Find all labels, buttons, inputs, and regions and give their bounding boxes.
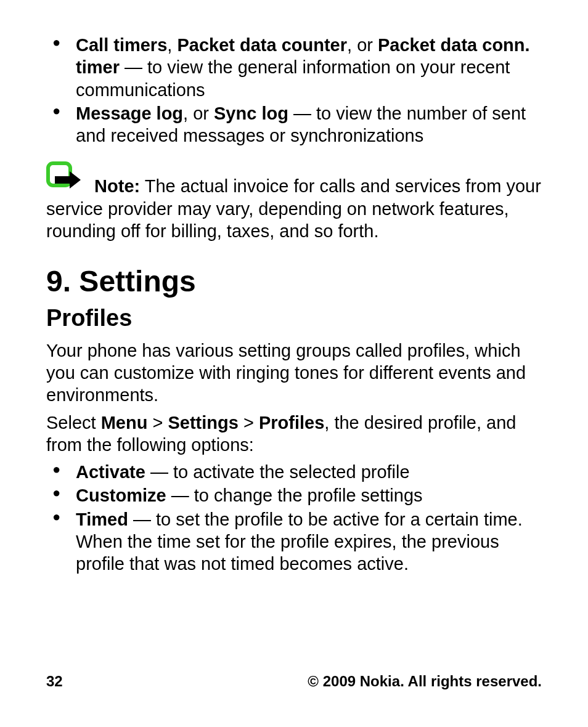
term: Timed (76, 510, 128, 529)
section-heading: Profiles (46, 304, 542, 333)
term: Call timers (76, 35, 167, 55)
page-footer: 32 © 2009 Nokia. All rights reserved. (46, 673, 542, 690)
note-paragraph: Note: The actual invoice for calls and s… (46, 161, 542, 242)
bullet-list-top: Call timers, Packet data counter, or Pac… (46, 34, 542, 147)
page-content: Call timers, Packet data counter, or Pac… (46, 34, 542, 575)
list-item: Customize — to change the profile settin… (76, 484, 542, 506)
menu-path: Profiles (259, 413, 324, 433)
note-label: Note: (94, 177, 140, 197)
paragraph: Select Menu > Settings > Profiles, the d… (46, 412, 542, 457)
menu-path: Settings (168, 413, 238, 433)
page-number: 32 (46, 673, 63, 690)
chapter-heading: 9. Settings (46, 263, 542, 300)
term: Packet data counter (177, 35, 347, 55)
bullet-list-bottom: Activate — to activate the selected prof… (46, 461, 542, 575)
menu-path: Menu (101, 413, 148, 433)
term: Sync log (214, 104, 288, 123)
list-item: Call timers, Packet data counter, or Pac… (76, 34, 542, 101)
list-item: Message log, or Sync log — to view the n… (76, 102, 542, 147)
note-arrow-icon (46, 161, 87, 196)
paragraph: Your phone has various setting groups ca… (46, 339, 542, 407)
list-item: Activate — to activate the selected prof… (76, 461, 542, 483)
term: Customize (76, 485, 166, 505)
term: Message log (76, 104, 183, 123)
term: Activate (76, 462, 145, 482)
copyright-text: © 2009 Nokia. All rights reserved. (308, 673, 542, 690)
list-item: Timed — to set the profile to be active … (76, 508, 542, 575)
